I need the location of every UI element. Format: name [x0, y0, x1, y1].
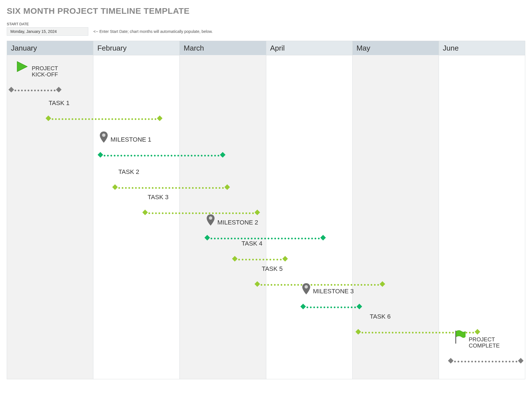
svg-point-2 — [209, 216, 212, 220]
month-header-row: January February March April May June — [7, 41, 525, 55]
month-header: April — [266, 41, 353, 55]
task-label: TASK 1 — [49, 99, 69, 107]
task-label: TASK 5 — [262, 265, 283, 273]
task-bar[interactable] — [257, 282, 382, 286]
month-header: March — [180, 41, 266, 55]
svg-point-1 — [102, 133, 105, 137]
complete-label-2: COMPLETE — [469, 342, 500, 349]
task-label: TASK 2 — [118, 168, 139, 176]
milestone-bar[interactable] — [303, 305, 359, 308]
milestone-bar[interactable] — [100, 153, 223, 157]
start-date-label: START DATE — [7, 22, 525, 26]
timeline-chart: January February March April May June PR… — [7, 41, 525, 379]
kickoff-bar[interactable] — [11, 88, 59, 92]
month-header: January — [7, 41, 93, 55]
month-header: June — [439, 41, 525, 55]
pin-icon — [301, 283, 311, 295]
month-column — [266, 55, 353, 379]
task-label: TASK 4 — [242, 240, 262, 247]
start-date-input[interactable]: Monday, January 15, 2024 — [7, 27, 88, 36]
pin-icon — [206, 214, 216, 226]
task-label: TASK 3 — [148, 194, 168, 201]
kickoff-label-2: KICK-OFF — [32, 71, 58, 78]
task-bar[interactable] — [145, 210, 257, 214]
task-bar[interactable] — [235, 257, 285, 261]
milestone-label: MILESTONE 3 — [313, 288, 354, 295]
pin-icon — [99, 131, 109, 143]
milestone-label: MILESTONE 2 — [217, 219, 258, 226]
start-date-row: Monday, January 15, 2024 <-- Enter Start… — [7, 27, 525, 36]
task-bar[interactable] — [115, 185, 227, 189]
play-icon — [16, 60, 28, 73]
month-column — [180, 55, 266, 379]
milestone-label: MILESTONE 1 — [111, 136, 151, 143]
complete-label-1: PROJECT — [469, 336, 495, 342]
milestone-bar[interactable] — [207, 236, 323, 240]
page-title: SIX MONTH PROJECT TIMELINE TEMPLATE — [7, 6, 525, 16]
task-bar[interactable] — [48, 116, 160, 120]
flag-icon — [454, 330, 466, 344]
kickoff-label-1: PROJECT — [32, 65, 58, 71]
svg-point-3 — [305, 285, 308, 289]
task-label: TASK 6 — [370, 313, 391, 320]
month-header: February — [93, 41, 180, 55]
month-column — [93, 55, 180, 379]
complete-bar[interactable] — [451, 359, 521, 363]
svg-marker-0 — [17, 62, 27, 72]
start-date-hint: <-- Enter Start Date; chart months will … — [93, 29, 213, 34]
month-header: May — [353, 41, 439, 55]
